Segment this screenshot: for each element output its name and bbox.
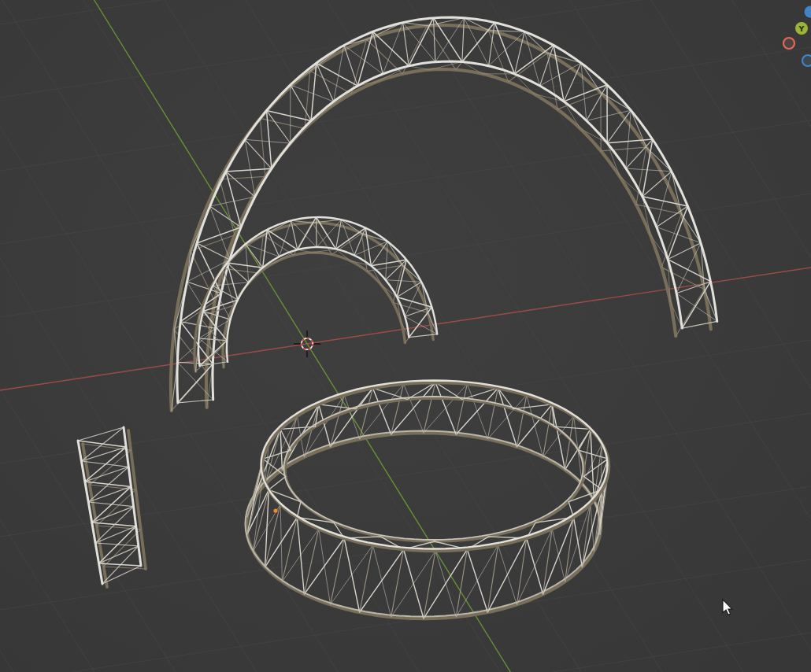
object-origin-dot (273, 508, 277, 512)
gizmo-x-neg-axis-ball[interactable] (783, 38, 794, 49)
viewport-canvas[interactable]: Y (0, 0, 811, 672)
gizmo-y-axis-label: Y (798, 24, 805, 33)
viewport-background (0, 0, 811, 672)
gizmo-z-neg-axis-ball[interactable] (802, 55, 811, 66)
3d-viewport[interactable]: Y (0, 0, 811, 672)
